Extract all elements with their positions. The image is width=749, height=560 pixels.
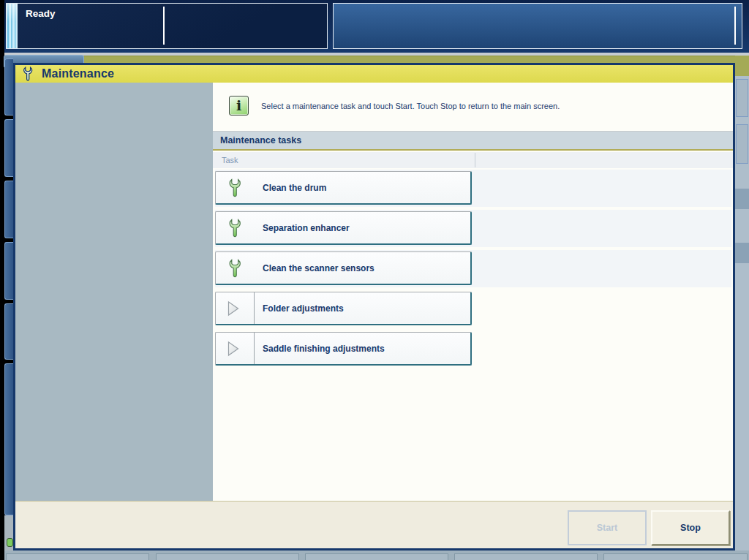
background-side-tab xyxy=(4,242,13,300)
task-row: Clean the scanner sensors xyxy=(213,249,733,289)
task-row: Separation enhancer xyxy=(213,208,733,249)
background-side-tab xyxy=(4,363,13,515)
task-button-separation-enhancer[interactable]: Separation enhancer xyxy=(215,211,472,245)
background-bottom-bar xyxy=(4,550,749,560)
task-row: Saddle finishing adjustments xyxy=(213,329,733,369)
arrow-right-icon xyxy=(227,300,240,317)
background-side-tab xyxy=(4,303,13,360)
dialog-content: i Select a maintenance task and touch St… xyxy=(213,83,733,501)
status-panel-divider xyxy=(734,7,736,45)
arrow-icon-cell xyxy=(216,292,255,324)
status-bar: Ready xyxy=(4,0,749,53)
status-panel-left: Ready xyxy=(6,3,328,49)
status-panel-right xyxy=(333,3,742,49)
task-list: Clean the drum Separation enhancer xyxy=(213,168,733,369)
task-button-label: Separation enhancer xyxy=(263,223,350,233)
background-side-tab xyxy=(4,119,13,177)
background-right-strip xyxy=(735,56,749,550)
info-icon: i xyxy=(229,96,249,116)
dialog-side-panel xyxy=(15,83,213,501)
background-bottom-button xyxy=(305,553,448,560)
task-button-label: Clean the drum xyxy=(263,183,326,193)
background-bottom-button xyxy=(156,553,299,560)
start-button[interactable]: Start xyxy=(568,510,647,545)
arrow-right-icon xyxy=(227,341,240,357)
task-button-clean-drum[interactable]: Clean the drum xyxy=(215,171,472,205)
stop-button[interactable]: Stop xyxy=(651,510,730,545)
status-stripes-decoration xyxy=(7,4,18,48)
arrow-icon-cell xyxy=(216,333,255,364)
task-row: Folder adjustments xyxy=(213,289,733,329)
background-bottom-button xyxy=(603,553,748,560)
background-side-tab xyxy=(4,58,13,116)
background-bottom-button xyxy=(454,553,598,560)
background-side-tab xyxy=(736,79,748,117)
task-row: Clean the drum xyxy=(213,168,733,208)
background-side-tab xyxy=(4,181,13,238)
tasks-section-header: Maintenance tasks xyxy=(213,132,733,151)
screen: Ready Mainten xyxy=(0,0,749,560)
background-strip-segment xyxy=(735,189,749,209)
task-button-label: Saddle finishing adjustments xyxy=(263,344,385,354)
background-green-icon xyxy=(7,538,13,547)
task-button-clean-scanner-sensors[interactable]: Clean the scanner sensors xyxy=(215,251,472,285)
dialog-footer: Start Stop xyxy=(15,501,733,548)
status-ready-label: Ready xyxy=(26,8,56,19)
submenu-button-folder-adjustments[interactable]: Folder adjustments xyxy=(215,292,472,325)
column-divider xyxy=(475,153,475,167)
dialog-title-bar: Maintenance xyxy=(15,65,733,83)
background-bottom-button xyxy=(6,553,149,560)
task-column-header: Task xyxy=(222,152,238,168)
status-panel-divider xyxy=(163,7,165,45)
background-side-tab xyxy=(736,124,748,164)
wrench-title-icon xyxy=(23,67,33,81)
task-button-label: Folder adjustments xyxy=(263,303,344,314)
task-column-header-row: Task xyxy=(213,152,733,168)
wrench-icon xyxy=(228,259,241,278)
task-button-label: Clean the scanner sensors xyxy=(263,263,374,273)
background-title-band xyxy=(735,56,749,76)
info-message: Select a maintenance task and touch Star… xyxy=(261,102,560,110)
background-strip-segment xyxy=(735,243,749,263)
dialog-title: Maintenance xyxy=(42,65,114,83)
submenu-button-saddle-finishing-adjustments[interactable]: Saddle finishing adjustments xyxy=(215,332,472,366)
maintenance-dialog: Maintenance i Select a maintenance task … xyxy=(13,63,735,550)
wrench-icon xyxy=(228,219,241,238)
wrench-icon xyxy=(228,178,241,197)
